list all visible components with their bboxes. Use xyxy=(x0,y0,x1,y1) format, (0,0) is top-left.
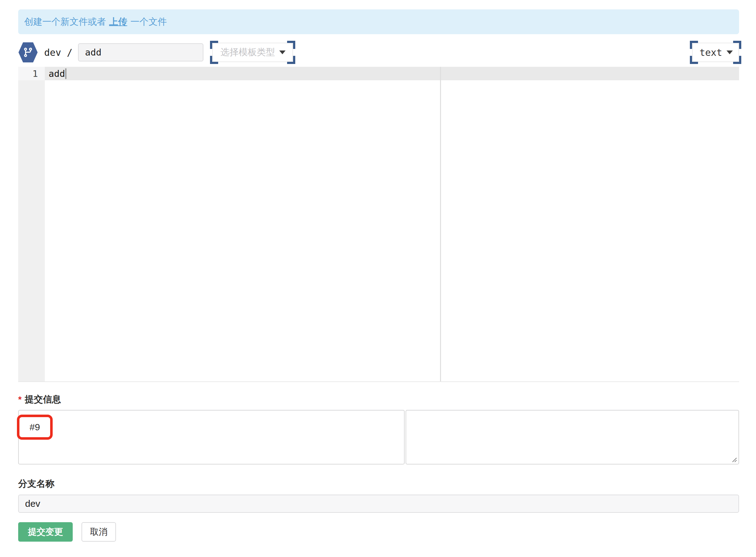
commit-changes-button[interactable]: 提交变更 xyxy=(18,522,73,541)
text-cursor-icon xyxy=(65,68,66,79)
focus-corner-icon xyxy=(210,41,218,49)
focus-corner-icon xyxy=(733,56,741,64)
commit-summary-value: #9 xyxy=(29,422,40,433)
chevron-down-icon xyxy=(727,51,733,54)
chevron-down-icon xyxy=(279,51,286,54)
line-number: 1 xyxy=(18,67,45,80)
focus-corner-icon xyxy=(733,41,741,49)
column-ruler xyxy=(440,67,441,381)
filetype-dropdown[interactable]: text xyxy=(692,43,739,62)
upload-file-link[interactable]: 上传 xyxy=(109,16,127,28)
banner-text-after: 一个文件 xyxy=(130,16,167,28)
file-path-row: dev / 选择模板类型 text xyxy=(18,42,739,63)
focus-corner-icon xyxy=(287,41,295,49)
focus-corner-icon xyxy=(287,56,295,64)
new-file-page: 创建一个新文件或者 上传 一个文件 dev / 选择模板类型 xyxy=(18,0,739,541)
editor-active-line[interactable]: add xyxy=(45,67,739,80)
focus-corner-icon xyxy=(690,56,698,64)
info-banner: 创建一个新文件或者 上传 一个文件 xyxy=(18,9,739,34)
commit-description-textarea[interactable] xyxy=(406,410,739,465)
filetype-dropdown-focus-brackets: text xyxy=(692,43,739,62)
template-type-placeholder: 选择模板类型 xyxy=(220,46,275,59)
cancel-button[interactable]: 取消 xyxy=(82,522,116,541)
template-dropdown-focus-brackets: 选择模板类型 xyxy=(212,43,293,62)
commit-message-row: #9 xyxy=(18,410,739,465)
filename-input[interactable] xyxy=(78,43,203,61)
resize-handle-icon[interactable] xyxy=(731,456,737,463)
template-type-dropdown[interactable]: 选择模板类型 xyxy=(212,43,293,62)
branch-name-input[interactable] xyxy=(18,495,739,513)
branch-name-label: 分支名称 xyxy=(18,478,739,490)
editor-gutter: 1 xyxy=(18,67,45,381)
code-editor[interactable]: 1 add xyxy=(18,67,739,382)
required-asterisk: * xyxy=(18,394,22,405)
focus-corner-icon xyxy=(210,56,218,64)
path-separator: / xyxy=(67,47,72,58)
commit-message-label: 提交信息 xyxy=(25,393,61,406)
commit-summary-input[interactable]: #9 xyxy=(18,410,405,465)
git-branch-icon xyxy=(18,42,38,63)
banner-text-before: 创建一个新文件或者 xyxy=(24,16,106,28)
form-actions: 提交变更 取消 xyxy=(18,522,739,541)
current-branch-label: dev xyxy=(44,47,61,58)
focus-corner-icon xyxy=(690,41,698,49)
git-branch-badge xyxy=(18,42,38,63)
red-annotation-box: #9 xyxy=(17,415,53,440)
editor-line-content: add xyxy=(49,68,65,79)
filetype-value: text xyxy=(700,47,722,58)
commit-message-label-row: * 提交信息 xyxy=(18,393,739,406)
editor-code-area[interactable]: add xyxy=(45,67,739,381)
